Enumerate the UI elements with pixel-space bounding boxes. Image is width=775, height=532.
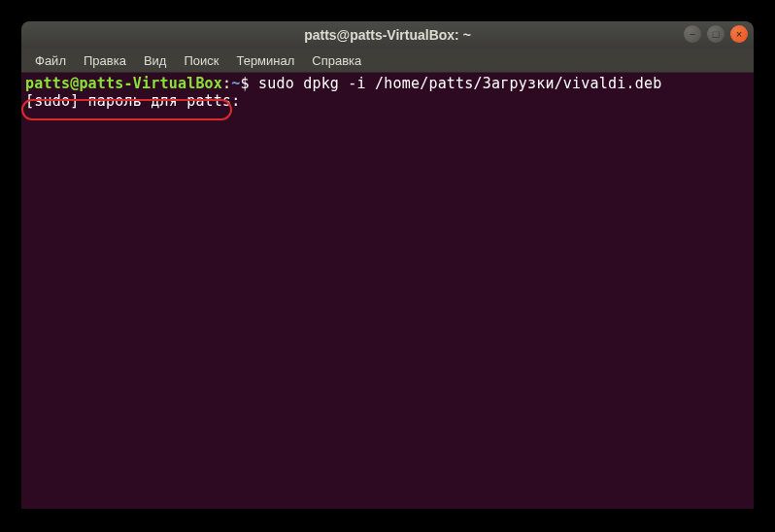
maximize-button[interactable]: □ <box>707 25 724 43</box>
menubar: Файл Правка Вид Поиск Терминал Справка <box>21 49 754 73</box>
titlebar[interactable]: patts@patts-VirtualBox: ~ − □ × <box>21 21 754 49</box>
menu-terminal[interactable]: Терминал <box>228 51 302 70</box>
menu-edit[interactable]: Правка <box>76 51 134 70</box>
maximize-icon: □ <box>713 28 720 40</box>
menu-search[interactable]: Поиск <box>176 51 226 70</box>
close-button[interactable]: × <box>730 25 748 43</box>
minimize-icon: − <box>690 28 695 40</box>
terminal-line-1: patts@patts-VirtualBox:~$ sudo dpkg -i /… <box>25 75 750 92</box>
prompt-userhost: patts@patts-VirtualBox <box>25 75 222 92</box>
terminal-window: patts@patts-VirtualBox: ~ − □ × Файл Пра… <box>21 21 754 509</box>
prompt-path: ~ <box>231 75 240 92</box>
prompt-colon: : <box>222 75 231 92</box>
terminal-line-2: [sudo] пароль для patts: <box>25 92 750 110</box>
terminal-body[interactable]: patts@patts-VirtualBox:~$ sudo dpkg -i /… <box>21 73 754 509</box>
close-icon: × <box>736 28 742 40</box>
prompt-dollar: $ <box>241 75 250 92</box>
menu-help[interactable]: Справка <box>304 51 369 70</box>
window-controls: − □ × <box>684 25 748 43</box>
minimize-button[interactable]: − <box>684 25 701 43</box>
sudo-prompt: [sudo] пароль для patts: <box>25 92 250 110</box>
window-title: patts@patts-VirtualBox: ~ <box>304 27 471 43</box>
menu-file[interactable]: Файл <box>27 51 74 70</box>
menu-view[interactable]: Вид <box>136 51 175 70</box>
command-text: sudo dpkg -i /home/patts/Загрузки/vivald… <box>250 75 662 92</box>
